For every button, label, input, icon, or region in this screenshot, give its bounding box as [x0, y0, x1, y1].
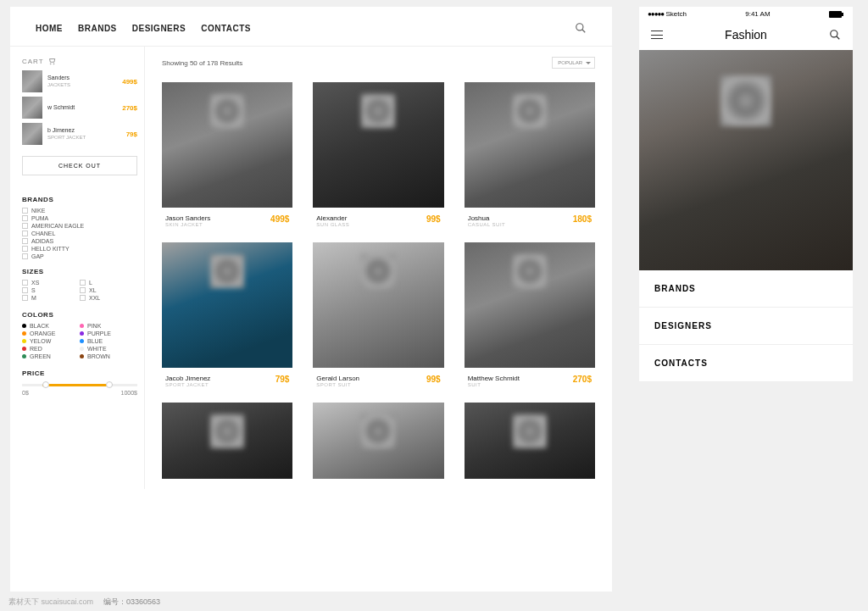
- hamburger-icon[interactable]: [651, 31, 663, 39]
- cart-item[interactable]: b JimenezSPORT JACKET 79$: [22, 123, 137, 145]
- cart-item[interactable]: SandersJACKETS 499$: [22, 70, 137, 92]
- brand-label: AMERICAN EAGLE: [31, 223, 84, 229]
- product-card[interactable]: Alexander SUN GLASS 99$: [313, 82, 443, 227]
- footer-brand: 素材天下 sucaisucai.com: [8, 597, 93, 608]
- product-card[interactable]: Jacob Jimenez SPORT JACKET 79$: [162, 242, 292, 387]
- main-content: Showing 50 of 178 Results POPULAR Jason …: [144, 47, 612, 489]
- color-filter[interactable]: PURPLE: [80, 330, 137, 336]
- size-label: XS: [31, 280, 39, 286]
- cart-item-image: [22, 97, 42, 119]
- price-slider[interactable]: [22, 384, 137, 386]
- color-label: ORANGE: [30, 330, 55, 336]
- brand-label: GAP: [31, 253, 44, 259]
- cart-item-name: Sanders: [47, 75, 122, 81]
- color-swatch-icon: [80, 331, 84, 336]
- product-card[interactable]: Jason Sanders SKIN JACKET 499$: [162, 82, 292, 227]
- checkbox-icon[interactable]: [22, 215, 28, 221]
- color-label: PURPLE: [87, 330, 111, 336]
- product-card[interactable]: Matthew Schmidt SUIT 270$: [465, 242, 595, 387]
- search-icon[interactable]: [575, 22, 587, 34]
- svg-point-0: [576, 24, 583, 31]
- product-name: Alexander: [316, 214, 349, 222]
- brand-filter[interactable]: GAP: [22, 253, 137, 259]
- checkbox-icon[interactable]: [22, 223, 28, 229]
- nav-designers[interactable]: DESIGNERS: [132, 24, 186, 33]
- product-price: 180$: [573, 214, 592, 224]
- checkbox-icon[interactable]: [22, 246, 28, 252]
- product-subtype: SPORT JACKET: [165, 382, 210, 387]
- color-swatch-icon: [80, 339, 84, 343]
- checkbox-icon[interactable]: [22, 253, 28, 259]
- checkbox-icon[interactable]: [80, 280, 86, 286]
- mobile-menu-item[interactable]: DESIGNERS: [639, 308, 853, 345]
- color-filter[interactable]: RED: [22, 346, 80, 352]
- product-name: Matthew Schmidt: [468, 375, 520, 382]
- size-filter[interactable]: L: [80, 280, 137, 286]
- color-label: GREEN: [30, 353, 51, 359]
- brand-filter[interactable]: AMERICAN EAGLE: [22, 223, 137, 229]
- color-filter[interactable]: BLACK: [22, 323, 80, 329]
- svg-rect-4: [829, 11, 842, 18]
- price-max: 1000$: [121, 390, 137, 396]
- sort-dropdown[interactable]: POPULAR: [552, 57, 595, 69]
- search-icon[interactable]: [829, 29, 841, 41]
- color-swatch-icon: [22, 354, 26, 358]
- mobile-view: ●●●●● Sketch 9:41 AM Fashion BRANDSDESIG…: [639, 7, 853, 382]
- checkbox-icon[interactable]: [80, 287, 86, 293]
- color-label: BLUE: [87, 338, 103, 344]
- brand-filter[interactable]: CHANEL: [22, 231, 137, 236]
- color-filter[interactable]: WHITE: [80, 346, 137, 352]
- checkbox-icon[interactable]: [22, 238, 28, 244]
- checkout-button[interactable]: CHECK OUT: [22, 156, 137, 175]
- product-card[interactable]: Gerald Larson SPORT SUIT 99$: [313, 242, 443, 387]
- cart-header: CART: [22, 57, 137, 65]
- brand-label: PUMA: [31, 215, 48, 221]
- checkbox-icon[interactable]: [22, 287, 28, 293]
- nav-brands[interactable]: BRANDS: [78, 24, 117, 33]
- brand-filter[interactable]: HELLO KITTY: [22, 246, 137, 252]
- size-filter[interactable]: XS: [22, 280, 80, 286]
- mobile-menu-item[interactable]: BRANDS: [639, 270, 853, 308]
- price-thumb-max[interactable]: [106, 381, 113, 388]
- checkbox-icon[interactable]: [22, 208, 28, 214]
- color-filter[interactable]: YELOW: [22, 338, 80, 344]
- product-image: [162, 242, 292, 368]
- product-card[interactable]: Joshua CASUAL SUIT 180$: [465, 82, 595, 227]
- color-filter[interactable]: BROWN: [80, 353, 137, 359]
- size-filter[interactable]: XXL: [80, 295, 137, 301]
- brand-filter[interactable]: PUMA: [22, 215, 137, 221]
- cart-item-image: [22, 123, 42, 145]
- color-filter[interactable]: PINK: [80, 323, 137, 329]
- mobile-menu-item[interactable]: CONTACTS: [639, 345, 853, 382]
- color-filter[interactable]: GREEN: [22, 353, 80, 359]
- nav-home[interactable]: HOME: [36, 24, 63, 33]
- color-swatch-icon: [80, 347, 84, 351]
- color-label: WHITE: [87, 346, 107, 352]
- product-card[interactable]: [465, 403, 595, 479]
- checkbox-icon[interactable]: [22, 231, 28, 236]
- size-filter[interactable]: S: [22, 287, 80, 293]
- product-card[interactable]: [313, 403, 443, 479]
- cart-item-price: 79$: [126, 131, 137, 138]
- nav-contacts[interactable]: CONTACTS: [201, 24, 251, 33]
- checkbox-icon[interactable]: [22, 295, 28, 301]
- checkbox-icon[interactable]: [80, 295, 86, 301]
- colors-title: COLORS: [22, 311, 137, 319]
- size-filter[interactable]: XL: [80, 287, 137, 293]
- size-label: M: [31, 295, 36, 301]
- price-thumb-min[interactable]: [42, 381, 49, 388]
- size-filter[interactable]: M: [22, 295, 80, 301]
- cart-item[interactable]: w Schmidt 270$: [22, 97, 137, 119]
- brand-filter[interactable]: ADIDAS: [22, 238, 137, 244]
- color-swatch-icon: [22, 339, 26, 343]
- product-price: 499$: [270, 214, 289, 224]
- brand-filter[interactable]: NIKE: [22, 208, 137, 214]
- color-label: PINK: [87, 323, 101, 329]
- product-price: 79$: [275, 375, 290, 384]
- product-card[interactable]: [162, 403, 292, 479]
- color-filter[interactable]: BLUE: [80, 338, 137, 344]
- checkbox-icon[interactable]: [22, 280, 28, 286]
- cart-item-sub: SPORT JACKET: [47, 135, 126, 141]
- color-filter[interactable]: ORANGE: [22, 330, 80, 336]
- brand-label: CHANEL: [31, 231, 55, 236]
